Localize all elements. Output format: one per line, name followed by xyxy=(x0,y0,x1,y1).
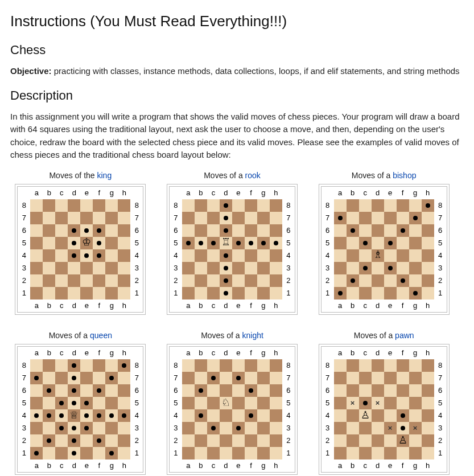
rank-label: 7 xyxy=(282,372,295,384)
rank-label: 6 xyxy=(170,384,182,397)
rank-label: 3 xyxy=(18,422,30,434)
caption-link-rook[interactable]: rook xyxy=(245,171,261,180)
square-e2 xyxy=(232,274,245,287)
rank-label: 8 xyxy=(170,199,182,212)
square-h1 xyxy=(118,447,130,459)
square-b5 xyxy=(43,237,55,249)
square-b7 xyxy=(43,372,55,384)
square-b8 xyxy=(347,199,359,212)
square-c2 xyxy=(207,434,220,447)
square-g2 xyxy=(105,274,118,287)
rank-label: 5 xyxy=(434,397,447,409)
square-d2 xyxy=(372,434,384,447)
square-c6 xyxy=(207,384,220,397)
square-f7 xyxy=(93,372,105,384)
move-marker xyxy=(401,413,405,418)
coord-spacer xyxy=(282,459,295,472)
square-a2 xyxy=(182,274,195,287)
rank-label: 3 xyxy=(282,422,295,434)
square-c2 xyxy=(55,434,68,447)
square-a1 xyxy=(182,287,195,299)
rank-label: 2 xyxy=(130,434,143,447)
coord-spacer xyxy=(282,347,295,359)
file-label: g xyxy=(105,459,118,472)
square-a7 xyxy=(182,372,195,384)
board-pawn: Moves of a pawnabcdefgh8877665××54♙43××3… xyxy=(314,330,454,476)
caption-link-king[interactable]: king xyxy=(97,171,112,180)
file-label: d xyxy=(372,299,384,312)
move-marker xyxy=(59,401,64,405)
file-label: f xyxy=(93,187,105,199)
square-f1 xyxy=(245,447,257,459)
file-label: f xyxy=(397,347,409,359)
coord-spacer xyxy=(18,347,30,359)
move-marker xyxy=(224,228,228,233)
square-d4: ♗ xyxy=(372,249,384,262)
square-b6 xyxy=(347,384,359,397)
square-g3 xyxy=(409,262,422,274)
caption-link-bishop[interactable]: bishop xyxy=(393,171,416,180)
file-label: e xyxy=(384,299,397,312)
board-caption: Moves of a bishop xyxy=(314,170,454,182)
file-label: h xyxy=(118,459,130,472)
square-e4 xyxy=(232,409,245,422)
square-e3 xyxy=(384,262,397,274)
move-marker xyxy=(47,413,51,418)
move-marker xyxy=(401,228,405,233)
rank-label: 8 xyxy=(130,359,143,372)
square-a6 xyxy=(334,384,347,397)
rank-label: 7 xyxy=(322,372,334,384)
square-d7 xyxy=(372,212,384,224)
file-label: c xyxy=(359,299,372,312)
rank-label: 6 xyxy=(18,224,30,237)
square-a6 xyxy=(334,224,347,237)
move-marker xyxy=(109,376,114,380)
square-a2 xyxy=(182,434,195,447)
square-d6 xyxy=(220,224,232,237)
square-a2 xyxy=(334,434,347,447)
chessboard: abcdefgh8877665♔544332211abcdefgh xyxy=(18,187,143,312)
move-marker xyxy=(338,291,343,296)
move-marker xyxy=(34,376,39,380)
caption-link-pawn[interactable]: pawn xyxy=(395,331,414,340)
rank-label: 5 xyxy=(130,397,143,409)
square-b1 xyxy=(347,287,359,299)
square-f1 xyxy=(93,287,105,299)
rank-label: 6 xyxy=(18,384,30,397)
square-h6 xyxy=(422,224,434,237)
move-marker xyxy=(97,438,101,443)
square-c8 xyxy=(207,359,220,372)
move-marker xyxy=(59,426,64,430)
file-label: b xyxy=(195,187,207,199)
square-e3 xyxy=(232,262,245,274)
file-label: c xyxy=(55,347,68,359)
rank-label: 5 xyxy=(18,237,30,249)
square-b3 xyxy=(195,422,207,434)
square-b6 xyxy=(43,224,55,237)
square-f4 xyxy=(397,409,409,422)
rank-label: 8 xyxy=(282,359,295,372)
square-a5 xyxy=(30,237,43,249)
rank-label: 3 xyxy=(434,422,447,434)
board-frame: abcdefgh8877665××54♙43××32♙211abcdefgh xyxy=(319,344,450,475)
square-e5 xyxy=(384,397,397,409)
rank-label: 8 xyxy=(434,359,447,372)
square-h4 xyxy=(118,249,130,262)
square-e3 xyxy=(80,422,93,434)
caption-link-queen[interactable]: queen xyxy=(90,331,112,340)
square-h8 xyxy=(422,199,434,212)
square-e2 xyxy=(232,434,245,447)
caption-prefix: Moves of a xyxy=(204,171,245,180)
square-e5 xyxy=(232,397,245,409)
square-f2 xyxy=(93,274,105,287)
caption-link-knight[interactable]: knight xyxy=(242,331,263,340)
square-d8 xyxy=(220,359,232,372)
square-g4 xyxy=(105,249,118,262)
square-d5: ♘ xyxy=(220,397,232,409)
square-a7 xyxy=(334,212,347,224)
square-f3 xyxy=(397,262,409,274)
file-label: a xyxy=(334,299,347,312)
square-g5 xyxy=(409,237,422,249)
file-label: a xyxy=(30,347,43,359)
square-a8 xyxy=(182,359,195,372)
